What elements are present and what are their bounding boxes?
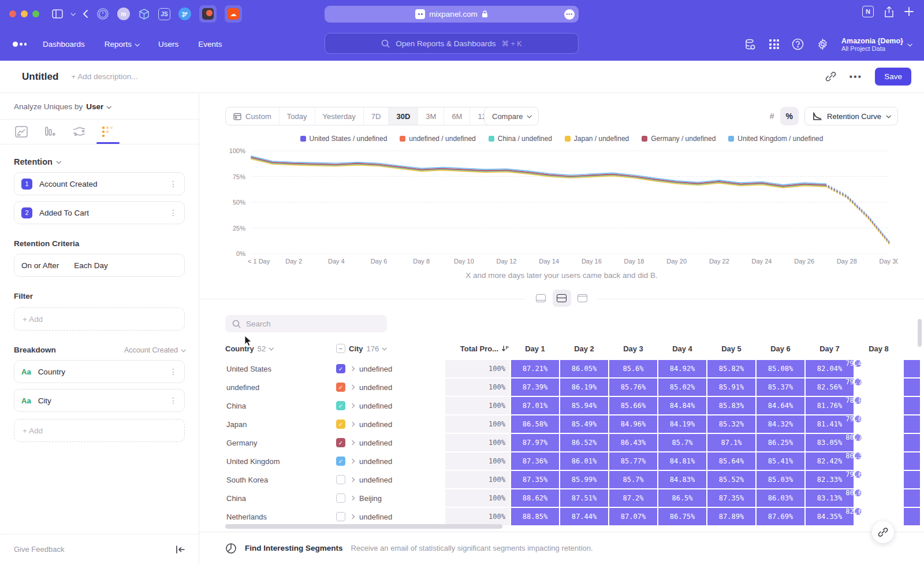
breakdown-scope-selector[interactable]: Account Created	[124, 346, 185, 354]
tab-retention[interactable]	[100, 126, 116, 143]
city-cell[interactable]: ✓undefined	[336, 397, 444, 414]
retention-cell[interactable]: 85.32%	[707, 415, 755, 433]
retention-cell[interactable]: 85.02%	[658, 379, 706, 396]
legend-item[interactable]: Japan / undefined	[565, 135, 629, 143]
data-management-icon[interactable]	[744, 38, 757, 51]
day-column-header[interactable]: Day 3	[609, 344, 657, 353]
help-icon[interactable]	[792, 38, 804, 50]
expand-row-icon[interactable]	[350, 514, 355, 519]
step-menu-icon[interactable]: ⋮	[169, 179, 177, 188]
extension-js-icon[interactable]: JS	[158, 8, 170, 20]
retention-cell[interactable]: 84.84%	[658, 397, 706, 414]
retention-cell[interactable]: 87.07%	[609, 508, 657, 525]
extension-soundcloud-icon[interactable]: ☁	[225, 5, 242, 23]
breakdown-menu-icon[interactable]: ⋮	[169, 396, 177, 405]
city-cell[interactable]: ✓undefined	[336, 379, 444, 396]
retention-cell[interactable]: 88.85%	[511, 508, 559, 525]
row-checkbox[interactable]: ✓	[336, 438, 345, 447]
country-cell[interactable]: undefined	[225, 379, 335, 396]
retention-cell[interactable]: 85.6%	[609, 360, 657, 377]
city-cell[interactable]: undefined	[336, 471, 444, 488]
row-checkbox[interactable]	[336, 475, 345, 484]
day-column-header[interactable]: Day 1	[511, 344, 559, 353]
retention-cell[interactable]: 86.05%	[560, 360, 608, 377]
page-options-icon[interactable]: •••	[564, 9, 575, 20]
retention-cell[interactable]: 85.41%	[757, 452, 804, 470]
retention-cell[interactable]: 86.03%	[757, 489, 804, 507]
report-title[interactable]: Untitled	[22, 71, 58, 83]
total-cell[interactable]: 100%	[445, 471, 510, 488]
more-options-button[interactable]: •••	[849, 72, 862, 82]
retention-cell[interactable]: 87.97%	[511, 434, 559, 451]
expand-row-icon[interactable]	[350, 459, 355, 463]
city-cell[interactable]: ✓undefined	[336, 360, 444, 377]
apps-grid-icon[interactable]	[769, 39, 779, 49]
row-checkbox[interactable]: ✓	[336, 401, 345, 410]
compare-button[interactable]: Compare	[484, 107, 539, 125]
retention-cell[interactable]: 80.71%	[855, 434, 862, 441]
retention-line-chart[interactable]: 0%25%50%75%100%< 1 DayDay 2Day 4Day 6Day…	[225, 144, 898, 268]
retention-cell[interactable]: 79.49%	[855, 360, 862, 367]
retention-cell[interactable]: 85.91%	[707, 379, 755, 396]
retention-cell[interactable]: 85.7%	[658, 434, 706, 451]
country-cell[interactable]: Germany	[225, 434, 335, 451]
tab-insights[interactable]	[14, 126, 29, 143]
criteria-operator[interactable]: On or After	[21, 261, 59, 270]
retention-cell[interactable]: 87.39%	[511, 379, 559, 396]
legend-item[interactable]: undefined / undefined	[400, 135, 475, 143]
extension-bird-icon[interactable]: 🕊	[178, 8, 191, 20]
retention-cell[interactable]: 85.66%	[609, 397, 657, 414]
table-row[interactable]: China✓undefined100%87.01%85.94%85.66%84.…	[225, 397, 920, 414]
day-column-header[interactable]: Day 5	[707, 344, 755, 353]
add-breakdown-button[interactable]: + Add	[14, 419, 185, 442]
retention-cell[interactable]: 86.75%	[658, 508, 706, 525]
range-custom[interactable]: Custom	[226, 107, 280, 125]
view-split-button[interactable]	[553, 290, 571, 307]
retention-cell[interactable]: 87.51%	[560, 489, 608, 507]
retention-cell[interactable]: 79.05%	[855, 415, 862, 422]
step-menu-icon[interactable]: ⋮	[169, 208, 177, 217]
retention-cell[interactable]: 80.68%	[855, 489, 862, 496]
retention-cell[interactable]: 87.2%	[609, 489, 657, 507]
range-6m[interactable]: 6M	[444, 107, 470, 125]
range-3m[interactable]: 3M	[418, 107, 444, 125]
table-row[interactable]: Netherlandsundefined100%88.85%87.44%87.0…	[225, 508, 920, 525]
chart-type-selector[interactable]: Retention Curve	[804, 107, 898, 125]
range-yesterday[interactable]: Yesterday	[315, 107, 364, 125]
retention-cell[interactable]: 85.99%	[560, 471, 608, 488]
retention-cell[interactable]: 86.25%	[757, 434, 804, 451]
table-row[interactable]: United States✓undefined100%87.21%86.05%8…	[225, 360, 920, 377]
country-column-header[interactable]: Country 52	[225, 344, 335, 353]
breakdown-city[interactable]: Aa City ⋮	[14, 389, 185, 412]
new-tab-icon[interactable]	[904, 7, 914, 16]
add-filter-button[interactable]: + Add	[14, 307, 185, 331]
collapse-sidebar-icon[interactable]	[176, 546, 185, 554]
legend-item[interactable]: United States / undefined	[300, 135, 388, 143]
city-cell[interactable]: undefined	[336, 508, 444, 525]
retention-cell[interactable]: 86.43%	[609, 434, 657, 451]
nav-dashboards[interactable]: Dashboards	[43, 40, 85, 49]
retention-cell[interactable]: 87.44%	[560, 508, 608, 525]
retention-section-title[interactable]: Retention	[14, 157, 185, 166]
select-all-checkbox[interactable]: –	[336, 344, 345, 353]
retention-cell[interactable]: 84.83%	[658, 471, 706, 488]
retention-cell[interactable]: 87.69%	[757, 508, 804, 525]
city-cell[interactable]: Beijing	[336, 489, 444, 507]
retention-cell[interactable]: 87.21%	[511, 360, 559, 377]
tab-funnels[interactable]	[43, 126, 58, 143]
table-search-input[interactable]: Search	[225, 315, 387, 332]
absolute-toggle[interactable]: #	[764, 107, 780, 125]
tab-overview-chevron-icon[interactable]	[70, 11, 75, 16]
row-checkbox[interactable]	[336, 494, 345, 503]
view-table-only-button[interactable]	[573, 290, 592, 307]
country-cell[interactable]: Japan	[225, 415, 335, 433]
day-column-header[interactable]: Day 6	[757, 344, 804, 353]
address-bar[interactable]: mixpanel.com •••	[325, 6, 579, 23]
retention-cell[interactable]: 86.58%	[511, 415, 559, 433]
expand-row-icon[interactable]	[350, 440, 355, 445]
nav-users[interactable]: Users	[158, 40, 178, 49]
breakdown-menu-icon[interactable]: ⋮	[169, 367, 177, 376]
add-description[interactable]: + Add description...	[71, 72, 137, 81]
retention-cell[interactable]: 85.77%	[609, 452, 657, 470]
retention-cell[interactable]: 87.01%	[511, 397, 559, 414]
